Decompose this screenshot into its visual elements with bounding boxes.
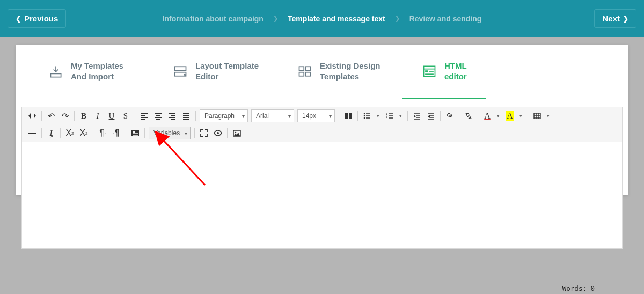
align-left-button[interactable] bbox=[138, 109, 151, 122]
bold-button[interactable]: B bbox=[77, 109, 90, 122]
toolbar-separator bbox=[41, 128, 42, 138]
source-code-button[interactable] bbox=[26, 109, 39, 122]
svg-rect-12 bbox=[349, 113, 352, 119]
layout-editor-icon bbox=[173, 64, 188, 79]
preview-button[interactable] bbox=[211, 127, 224, 139]
svg-rect-0 bbox=[175, 67, 186, 70]
tab-label: My Templates And Import bbox=[71, 61, 141, 82]
toolbar-separator bbox=[528, 111, 528, 121]
ordered-list-button[interactable]: 123 bbox=[383, 109, 396, 122]
italic-button[interactable]: I bbox=[91, 109, 104, 122]
bg-color-button[interactable]: A bbox=[503, 109, 516, 122]
tab-label: Existing Design Templates bbox=[320, 61, 390, 82]
align-center-button[interactable] bbox=[152, 109, 165, 122]
active-tab-underline bbox=[402, 98, 486, 99]
tab-label: Layout Template Editor bbox=[195, 61, 265, 82]
clear-format-button[interactable]: I✕ bbox=[45, 127, 57, 139]
svg-rect-4 bbox=[299, 72, 304, 76]
toolbar-separator bbox=[357, 111, 358, 121]
ordered-list-dropdown[interactable]: ▾ bbox=[397, 109, 404, 122]
chevron-left-icon: ❮ bbox=[16, 15, 21, 23]
svg-rect-11 bbox=[345, 113, 348, 119]
editor-container: ↶ ↷ B I U S Paragraph Arial 14px ▾ 123 ▾ bbox=[16, 99, 628, 249]
image-button[interactable] bbox=[230, 127, 243, 139]
previous-button[interactable]: ❮ Previous bbox=[8, 9, 66, 28]
status-bar: Words: 0 bbox=[562, 284, 595, 292]
text-color-button[interactable]: A bbox=[481, 109, 494, 122]
toolbar-separator bbox=[126, 128, 126, 138]
bg-color-dropdown[interactable]: ▾ bbox=[517, 109, 524, 122]
toolbar-separator bbox=[74, 111, 75, 121]
words-count: 0 bbox=[590, 284, 595, 292]
toolbar-separator bbox=[339, 111, 339, 121]
editor-tabs: My Templates And Import Layout Template … bbox=[16, 45, 628, 99]
insert-template-button[interactable] bbox=[129, 127, 142, 139]
svg-text:3: 3 bbox=[386, 116, 387, 120]
text-color-dropdown[interactable]: ▾ bbox=[494, 109, 502, 122]
step-information[interactable]: Information about campaign bbox=[163, 14, 264, 23]
toolbar-separator bbox=[227, 128, 228, 138]
font-size-select[interactable]: 14px bbox=[297, 109, 335, 122]
toolbar-separator bbox=[194, 128, 195, 138]
wizard-steps: Information about campaign ❯ Template an… bbox=[163, 14, 482, 23]
html-editor-icon bbox=[422, 64, 437, 79]
svg-rect-5 bbox=[306, 72, 311, 76]
align-right-button[interactable] bbox=[166, 109, 179, 122]
unordered-list-button[interactable] bbox=[361, 109, 374, 122]
ltr-button[interactable]: ¶› bbox=[96, 127, 109, 139]
horizontal-rule-button[interactable] bbox=[26, 127, 39, 139]
download-box-icon bbox=[48, 64, 63, 79]
toolbar-separator bbox=[195, 111, 196, 121]
tab-html-editor[interactable]: HTML editor bbox=[422, 61, 477, 92]
next-button[interactable]: Next ❯ bbox=[594, 9, 636, 28]
chevron-right-icon: ❯ bbox=[395, 15, 400, 22]
svg-rect-8 bbox=[425, 70, 428, 72]
svg-point-15 bbox=[364, 117, 365, 119]
toolbar-separator bbox=[440, 111, 441, 121]
svg-rect-3 bbox=[306, 67, 311, 70]
main-panel: My Templates And Import Layout Template … bbox=[16, 45, 628, 195]
link-button[interactable] bbox=[443, 109, 456, 122]
unordered-list-dropdown[interactable]: ▾ bbox=[374, 109, 382, 122]
editor-content-area[interactable] bbox=[21, 142, 623, 249]
tab-label: HTML editor bbox=[444, 61, 477, 82]
table-button[interactable] bbox=[531, 109, 544, 122]
table-dropdown[interactable]: ▾ bbox=[544, 109, 552, 122]
indent-button[interactable] bbox=[411, 109, 423, 122]
subscript-button[interactable]: X2 bbox=[63, 127, 76, 139]
toolbar-separator bbox=[407, 111, 408, 121]
step-review[interactable]: Review and sending bbox=[409, 14, 482, 23]
outdent-button[interactable] bbox=[425, 109, 437, 122]
unlink-button[interactable] bbox=[462, 109, 475, 122]
words-label: Words: bbox=[562, 284, 587, 292]
svg-rect-2 bbox=[299, 67, 304, 70]
paragraph-format-select[interactable]: Paragraph bbox=[200, 109, 248, 122]
topbar: ❮ Previous Information about campaign ❯ … bbox=[0, 0, 644, 37]
undo-button[interactable]: ↶ bbox=[45, 109, 57, 122]
align-justify-button[interactable] bbox=[180, 109, 193, 122]
rtl-button[interactable]: ‹¶ bbox=[110, 127, 123, 139]
tab-existing-designs[interactable]: Existing Design Templates bbox=[297, 61, 390, 92]
previous-button-label: Previous bbox=[24, 14, 58, 23]
chevron-right-icon: ❯ bbox=[273, 15, 278, 22]
step-template[interactable]: Template and message text bbox=[288, 14, 385, 23]
tab-layout-editor[interactable]: Layout Template Editor bbox=[173, 61, 265, 92]
underline-button[interactable]: U bbox=[105, 109, 118, 122]
toolbar-separator bbox=[478, 111, 478, 121]
svg-point-27 bbox=[235, 131, 236, 133]
svg-point-25 bbox=[217, 132, 219, 134]
font-family-select[interactable]: Arial bbox=[251, 109, 294, 122]
editor-toolbar: ↶ ↷ B I U S Paragraph Arial 14px ▾ 123 ▾ bbox=[21, 107, 623, 142]
variables-select[interactable]: Variables bbox=[149, 127, 191, 139]
superscript-button[interactable]: X2 bbox=[77, 127, 90, 139]
tab-my-templates[interactable]: My Templates And Import bbox=[48, 61, 141, 92]
svg-point-14 bbox=[364, 115, 365, 117]
redo-button[interactable]: ↷ bbox=[58, 109, 71, 122]
svg-point-13 bbox=[364, 113, 365, 115]
insert-columns-button[interactable] bbox=[342, 109, 355, 122]
toolbar-separator bbox=[60, 128, 61, 138]
strikethrough-button[interactable]: S bbox=[119, 109, 132, 122]
fullscreen-button[interactable] bbox=[197, 127, 210, 139]
chevron-right-icon: ❯ bbox=[623, 15, 628, 23]
toolbar-separator bbox=[135, 111, 135, 121]
